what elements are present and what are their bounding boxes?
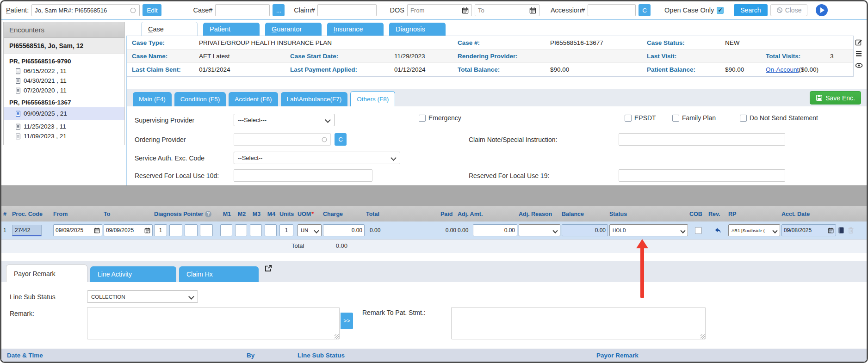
tab-claim-hx[interactable]: Claim Hx — [179, 266, 259, 282]
open-case-only-checkbox[interactable]: ✓ — [717, 7, 724, 14]
encounter-item[interactable]: 11/09/2023 , 21 — [4, 131, 124, 141]
total-visits-value: 3 — [825, 49, 853, 63]
external-link-icon[interactable] — [264, 264, 273, 272]
epsdt-checkbox[interactable] — [625, 115, 632, 122]
line-sub-status-select[interactable]: COLLECTION — [87, 290, 198, 303]
patient-input[interactable]: Jo, Sam MR#: PI65568516 — [31, 4, 140, 16]
tab-lab-ambulance-f7[interactable]: Lab\Ambulance(F7) — [281, 92, 348, 106]
app-window: Patient: Jo, Sam MR#: PI65568516 Edit Ca… — [0, 0, 868, 363]
case-number-input[interactable] — [215, 4, 270, 16]
calendar-icon[interactable] — [828, 228, 834, 234]
forward-remark-button[interactable]: >> — [341, 313, 353, 329]
dos-from-input[interactable]: From — [407, 4, 472, 16]
calendar-icon[interactable] — [529, 7, 536, 14]
tab-main-f4[interactable]: Main (F4) — [133, 92, 172, 106]
view-eye-icon[interactable] — [855, 62, 863, 69]
calendar-icon[interactable] — [94, 228, 100, 234]
col-header-cob: COB — [689, 211, 707, 217]
encounter-item[interactable]: 06/15/2022 , 11 — [4, 66, 124, 76]
units-input[interactable]: 1 — [279, 224, 293, 236]
proc-code-input[interactable]: 27442 — [12, 225, 42, 236]
charge-input[interactable]: 0.00 — [323, 224, 365, 236]
diag-pointer-2-input[interactable] — [169, 224, 182, 236]
claim-note-label: Claim Note/Special Instruction: — [469, 136, 557, 143]
m1-input[interactable] — [220, 224, 232, 236]
remark-to-pat-textarea[interactable] — [451, 307, 706, 339]
status-select[interactable]: HOLD — [609, 224, 688, 236]
accession-input[interactable] — [588, 4, 636, 16]
calendar-icon[interactable] — [462, 7, 469, 14]
ordering-provider-input[interactable] — [234, 133, 331, 146]
edit-case-icon[interactable] — [855, 38, 862, 46]
case-tab-body: Case Type: PRIVATE/GROUP HEALTH INSURANC… — [126, 36, 867, 186]
close-button[interactable]: Close — [770, 4, 808, 16]
supervising-provider-select[interactable]: ---Select--- — [234, 114, 335, 126]
encounter-item[interactable]: 11/25/2023 , 11 — [4, 122, 124, 131]
play-button[interactable] — [816, 4, 828, 16]
encounter-item[interactable]: 04/30/2021 , 11 — [4, 76, 124, 86]
remark-textarea[interactable] — [87, 307, 340, 339]
encounter-item-selected[interactable]: 09/09/2025 , 21 — [4, 107, 124, 120]
calendar-icon[interactable] — [144, 228, 150, 234]
reserved-19-input[interactable] — [619, 169, 785, 182]
uom-select[interactable]: UN — [298, 224, 322, 236]
acct-date-input[interactable]: 09/08/2025 — [781, 224, 836, 236]
top-search-bar: Patient: Jo, Sam MR#: PI65568516 Edit Ca… — [1, 1, 867, 20]
tab-diagnosis[interactable]: Diagnosis — [389, 23, 446, 36]
tab-guarantor[interactable]: Guarantor — [265, 23, 322, 36]
diag-pointer-4-input[interactable] — [200, 224, 213, 236]
cob-checkbox[interactable] — [695, 227, 702, 234]
emergency-checkbox[interactable] — [419, 115, 426, 122]
do-not-send-statement-checkbox-row: Do Not Send Statement — [740, 114, 818, 122]
tab-case[interactable]: Case — [141, 22, 198, 36]
from-date-input[interactable]: 09/09/2025 — [53, 224, 102, 236]
m2-input[interactable] — [235, 224, 247, 236]
col-header-diagnosis-pointer: Diagnosis Pointer ? — [154, 211, 219, 217]
do-not-send-statement-checkbox[interactable] — [740, 115, 747, 122]
m4-input[interactable] — [265, 224, 277, 236]
case-browse-button[interactable]: ... — [273, 4, 285, 16]
reserved-10d-input[interactable] — [234, 169, 372, 182]
ordering-provider-copy-button[interactable]: C — [335, 133, 347, 146]
to-date-input[interactable]: 09/09/2025 — [104, 224, 153, 236]
case-side-toolbar — [855, 38, 863, 69]
tab-others-f8[interactable]: Others (F8) — [350, 91, 395, 106]
m3-input[interactable] — [250, 224, 262, 236]
patient-balance-label: Patient Balance: — [642, 63, 720, 76]
claim-note-input[interactable] — [619, 133, 785, 146]
claim-number-input[interactable] — [317, 4, 377, 16]
adj-reason-select[interactable] — [519, 224, 560, 236]
col-header-m1: M1 — [220, 211, 234, 217]
help-icon[interactable]: ? — [205, 211, 211, 217]
diag-pointer-3-input[interactable] — [185, 224, 198, 236]
case-list-icon[interactable] — [855, 50, 862, 57]
save-encounter-button[interactable]: Save Enc. — [810, 91, 861, 105]
delete-trash-icon[interactable] — [847, 227, 855, 234]
family-plan-checkbox[interactable] — [672, 115, 679, 122]
dos-to-input[interactable]: To — [475, 4, 539, 16]
reverse-undo-icon[interactable] — [714, 227, 722, 234]
tab-accident-f6[interactable]: Accident (F6) — [229, 92, 278, 106]
sidebar-patient-row[interactable]: PI65568516, Jo, Sam, 12 — [4, 38, 124, 54]
diag-pointer-1-input[interactable]: 1 — [154, 224, 167, 236]
tab-insurance[interactable]: Insurance — [327, 23, 384, 36]
open-case-only-label: Open Case Only — [664, 6, 714, 14]
encounter-group-label[interactable]: PR, PI65568516-9790 — [4, 54, 124, 66]
tab-condition-f5[interactable]: Condition (F5) — [174, 92, 226, 106]
search-button[interactable]: Search — [734, 4, 767, 16]
tab-patient[interactable]: Patient — [203, 23, 260, 36]
notes-book-icon[interactable] — [837, 227, 845, 234]
adj-amt-input[interactable]: 0.00 — [473, 224, 517, 236]
proc-code-cell: 27442 — [12, 225, 52, 236]
service-line-row: 1 27442 09/09/2025 09/09/2025 1 — [1, 221, 867, 239]
rp-select[interactable]: AR1 [Southside ( — [728, 224, 780, 236]
patient-label: Patient: — [6, 6, 29, 14]
encounter-item[interactable]: 07/20/2020 , 11 — [4, 86, 124, 95]
edit-patient-button[interactable]: Edit — [143, 4, 161, 16]
tab-payor-remark[interactable]: Payor Remark — [6, 265, 87, 282]
on-account-link[interactable]: On-Account — [766, 66, 799, 73]
encounter-group-label[interactable]: PR, PI65568516-1367 — [4, 95, 124, 107]
tab-line-activity[interactable]: Line Activity — [90, 266, 176, 282]
service-auth-select[interactable]: --Select-- — [234, 152, 400, 164]
copy-button[interactable]: C — [639, 4, 651, 16]
